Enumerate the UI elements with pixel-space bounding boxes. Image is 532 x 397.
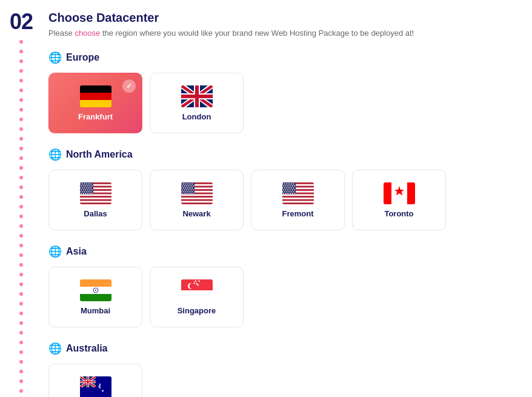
- step-dot: [19, 370, 23, 373]
- svg-point-84: [186, 189, 187, 190]
- svg-rect-150: [80, 294, 111, 301]
- svg-point-139: [283, 193, 284, 194]
- step-dot: [19, 282, 23, 286]
- svg-point-111: [286, 183, 287, 184]
- svg-point-87: [193, 189, 194, 190]
- step-number: 02: [10, 11, 33, 33]
- svg-point-37: [81, 189, 82, 190]
- page-subtitle: Please choose the region where you would…: [48, 28, 514, 38]
- svg-point-93: [191, 191, 193, 192]
- svg-point-74: [190, 185, 191, 186]
- step-dot: [19, 350, 23, 354]
- svg-point-67: [187, 183, 188, 184]
- dc-card-london[interactable]: London: [150, 73, 244, 133]
- svg-point-125: [290, 187, 291, 188]
- svg-rect-146: [384, 182, 391, 204]
- svg-point-47: [88, 191, 89, 192]
- svg-point-85: [188, 189, 189, 190]
- step-dot: [19, 389, 23, 393]
- svg-point-77: [182, 187, 184, 188]
- svg-rect-62: [181, 202, 213, 204]
- svg-point-29: [89, 185, 90, 186]
- svg-point-33: [84, 187, 85, 188]
- flag-ca: [384, 182, 415, 204]
- svg-point-39: [85, 189, 86, 190]
- svg-point-137: [290, 191, 291, 192]
- svg-rect-9: [181, 95, 213, 98]
- svg-rect-2: [80, 100, 111, 107]
- svg-rect-154: [181, 290, 213, 301]
- step-dot: [19, 215, 23, 218]
- svg-point-66: [185, 183, 186, 184]
- check-badge: ✓: [122, 79, 136, 93]
- dc-card-dallas[interactable]: Dallas: [48, 170, 142, 230]
- dc-card-toronto[interactable]: Toronto: [352, 170, 446, 230]
- svg-point-110: [284, 183, 285, 184]
- svg-point-126: [293, 187, 294, 188]
- svg-rect-16: [80, 199, 111, 201]
- svg-point-32: [81, 187, 82, 188]
- svg-point-28: [87, 185, 88, 186]
- svg-point-114: [293, 183, 294, 184]
- svg-point-71: [184, 185, 185, 186]
- svg-point-25: [81, 185, 82, 186]
- svg-point-128: [285, 189, 286, 190]
- dc-card-mumbai[interactable]: Mumbai: [48, 267, 142, 327]
- step-dot: [19, 185, 23, 189]
- svg-point-80: [189, 187, 190, 188]
- svg-rect-60: [181, 196, 213, 198]
- svg-rect-15: [80, 196, 111, 198]
- svg-rect-17: [80, 202, 111, 204]
- step-dot: [19, 50, 23, 53]
- step-dot: [19, 40, 23, 44]
- svg-point-127: [283, 189, 284, 190]
- svg-point-91: [187, 191, 188, 192]
- svg-point-142: [289, 193, 290, 194]
- svg-rect-147: [407, 182, 415, 204]
- region-title-asia: 🌐Asia: [48, 245, 514, 258]
- dc-card-fremont[interactable]: Fremont: [251, 170, 345, 230]
- svg-point-46: [86, 191, 87, 192]
- svg-point-134: [284, 191, 285, 192]
- svg-point-20: [81, 183, 82, 184]
- globe-icon: 🌐: [48, 245, 62, 258]
- region-title-north-america: 🌐North America: [48, 148, 514, 161]
- step-dot: [19, 166, 23, 170]
- svg-point-23: [88, 183, 89, 184]
- svg-point-117: [287, 185, 288, 186]
- svg-point-24: [90, 183, 91, 184]
- flag-us: [282, 182, 314, 204]
- dc-name-newark: Newark: [182, 209, 210, 218]
- dc-name-london: London: [182, 112, 211, 121]
- step-dot: [19, 147, 23, 150]
- region-australia: 🌐Australia Sydney: [48, 342, 514, 397]
- step-dot: [19, 379, 23, 383]
- step-dot: [19, 195, 23, 199]
- step-dot: [19, 331, 23, 335]
- svg-point-82: [182, 189, 183, 190]
- flag-au: [80, 376, 111, 398]
- step-dot: [19, 341, 23, 344]
- dc-card-singapore[interactable]: Singapore: [150, 267, 244, 327]
- svg-rect-153: [181, 279, 213, 290]
- dc-card-frankfurt[interactable]: ✓ Frankfurt: [48, 73, 142, 133]
- flag-uk: [181, 85, 213, 107]
- svg-point-90: [185, 191, 186, 192]
- svg-rect-148: [80, 279, 111, 287]
- globe-icon: 🌐: [48, 342, 62, 355]
- svg-point-40: [87, 189, 88, 190]
- dc-name-toronto: Toronto: [384, 209, 413, 218]
- dc-grid-europe: ✓ Frankfurt London: [48, 73, 514, 133]
- svg-point-94: [182, 193, 183, 194]
- svg-point-34: [86, 187, 87, 188]
- step-dot: [19, 79, 23, 82]
- dc-name-singapore: Singapore: [178, 306, 216, 315]
- dc-card-sydney[interactable]: Sydney: [48, 364, 142, 397]
- svg-point-118: [289, 185, 290, 186]
- dc-card-newark[interactable]: Newark: [150, 170, 244, 230]
- svg-rect-107: [282, 202, 314, 204]
- svg-point-81: [191, 187, 193, 188]
- svg-point-49: [81, 193, 82, 194]
- region-asia: 🌐Asia Mumbai Singapore: [48, 245, 514, 327]
- svg-point-112: [288, 183, 290, 184]
